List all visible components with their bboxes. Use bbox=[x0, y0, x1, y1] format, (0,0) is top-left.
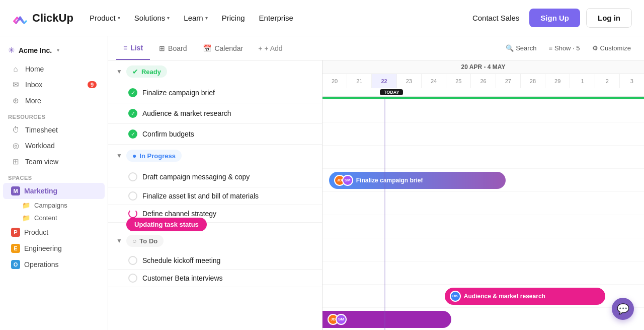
customize-label: Customize bbox=[600, 44, 631, 52]
status-ready-label: Ready bbox=[141, 68, 161, 76]
nav-label-pricing: Pricing bbox=[222, 14, 245, 22]
sidebar-nav-home[interactable]: ⌂ Home bbox=[3, 61, 105, 77]
task-checkbox-empty-5[interactable] bbox=[128, 191, 137, 201]
nav-item-product[interactable]: Product ▾ bbox=[84, 11, 126, 25]
tab-board-label: Board bbox=[168, 44, 187, 52]
customize-button[interactable]: ⚙ Customize bbox=[587, 42, 636, 54]
task-checkbox-empty-6[interactable] bbox=[128, 209, 137, 218]
nav-item-pricing[interactable]: Pricing bbox=[216, 11, 251, 25]
task-checkbox-done-3[interactable]: ✓ bbox=[128, 129, 137, 139]
show-label: Show · 5 bbox=[554, 44, 580, 52]
gantt-bar-label-1: Finalize campaign brief bbox=[356, 177, 423, 184]
filter-icon: ≡ bbox=[548, 44, 552, 52]
nav-item-enterprise[interactable]: Enterprise bbox=[253, 11, 299, 25]
section-chevron-todo[interactable]: ▼ bbox=[116, 237, 122, 244]
home-icon: ⌂ bbox=[11, 64, 20, 73]
tab-calendar[interactable]: 📅 Calendar bbox=[196, 41, 250, 55]
circle-icon: ● bbox=[132, 152, 136, 160]
task-checkbox-done-1[interactable]: ✓ bbox=[128, 88, 137, 97]
sidebar-space-product[interactable]: P Product bbox=[3, 224, 105, 240]
gantt-task-bar-1[interactable]: JD SM Finalize campaign brief bbox=[329, 172, 506, 189]
gantt-col-24: 24 bbox=[422, 74, 446, 88]
task-checkbox-empty-8[interactable] bbox=[128, 274, 137, 283]
task-checkbox-empty-4[interactable] bbox=[128, 172, 137, 181]
chat-bubble[interactable]: 💬 bbox=[612, 298, 634, 320]
today-label: TODAY bbox=[384, 90, 399, 95]
tooltip-text: Updating task status bbox=[134, 221, 199, 228]
gantt-body: JD SM Finalize campaign brief bbox=[323, 99, 644, 330]
tab-list-label: List bbox=[130, 44, 143, 52]
sidebar-space-engineering[interactable]: E Engineering bbox=[3, 240, 105, 256]
gantt-row-6 bbox=[323, 215, 644, 238]
logo[interactable]: ClickUp bbox=[12, 10, 73, 26]
status-badge-todo[interactable]: ○ To Do bbox=[126, 235, 164, 247]
gantt-col-20: 20 bbox=[323, 74, 347, 88]
tab-bar: ≡ List ⊞ Board 📅 Calendar + + Add 🔍 Sear… bbox=[108, 36, 644, 60]
sidebar-space-marketing[interactable]: M Marketing bbox=[3, 183, 105, 199]
content-area: ≡ List ⊞ Board 📅 Calendar + + Add 🔍 Sear… bbox=[108, 36, 644, 330]
gantt-today-row: TODAY bbox=[323, 88, 644, 96]
gantt-bar-avatars-3: JD SM bbox=[328, 314, 347, 325]
gantt-row-4: JD SM Finalize campaign brief bbox=[323, 169, 644, 192]
sidebar-home-label: Home bbox=[25, 65, 44, 73]
tab-board[interactable]: ⊞ Board bbox=[152, 41, 194, 55]
gantt-bar-avatars-2: RK bbox=[450, 291, 461, 302]
gantt-overlay: 20 APR - 4 MAY 20 21 22 23 24 25 26 27 2… bbox=[322, 60, 644, 330]
search-button[interactable]: 🔍 Search bbox=[501, 42, 541, 54]
avatar: RK bbox=[450, 291, 461, 302]
signup-button[interactable]: Sign Up bbox=[529, 9, 580, 27]
sidebar-subitem-content[interactable]: 📁 Content bbox=[3, 212, 105, 224]
gantt-bar-avatars-1: JD SM bbox=[334, 175, 353, 186]
add-icon: + bbox=[258, 44, 262, 52]
sidebar-space-operations[interactable]: O Operations bbox=[3, 256, 105, 273]
tab-add-button[interactable]: + + Add bbox=[252, 41, 288, 55]
task-list-container: ▼ ✔ Ready ⊕ ✓ Finalize campaign brief bbox=[108, 60, 644, 330]
checkmark-icon: ✓ bbox=[131, 131, 135, 138]
task-checkbox-done-2[interactable]: ✓ bbox=[128, 109, 137, 118]
gantt-task-bar-2[interactable]: RK Audience & market research bbox=[445, 288, 606, 305]
checkmark-icon: ✓ bbox=[131, 90, 135, 96]
gantt-task-bar-3-partial[interactable]: JD SM bbox=[323, 311, 451, 328]
chevron-down-icon: ▾ bbox=[57, 47, 59, 53]
search-label: Search bbox=[516, 44, 536, 52]
login-button[interactable]: Log in bbox=[586, 8, 632, 28]
tab-list[interactable]: ≡ List bbox=[116, 36, 150, 60]
nav-item-learn[interactable]: Learn ▾ bbox=[178, 11, 213, 25]
gantt-col-28: 28 bbox=[521, 74, 545, 88]
gantt-col-23: 23 bbox=[397, 74, 422, 88]
sidebar-workload[interactable]: ◎ Workload bbox=[3, 138, 105, 154]
operations-space-dot: O bbox=[11, 260, 20, 269]
timesheet-icon: ⏱ bbox=[11, 125, 20, 134]
workload-icon: ◎ bbox=[11, 141, 20, 150]
more-icon: ⊕ bbox=[11, 96, 20, 105]
logo-icon bbox=[12, 10, 28, 26]
folder-icon: 📁 bbox=[22, 214, 30, 222]
tab-calendar-label: Calendar bbox=[214, 44, 243, 52]
today-line bbox=[384, 99, 385, 330]
sidebar-nav-inbox[interactable]: ✉ Inbox 9 bbox=[3, 77, 105, 93]
show-button[interactable]: ≡ Show · 5 bbox=[543, 42, 585, 54]
nav-label-solutions: Solutions bbox=[134, 14, 166, 22]
sidebar-subitem-campaigns[interactable]: 📁 Campaigns bbox=[3, 199, 105, 212]
operations-space-label: Operations bbox=[24, 260, 58, 269]
sidebar-nav-more[interactable]: ⊕ More bbox=[3, 93, 105, 109]
section-chevron-inprogress[interactable]: ▼ bbox=[116, 152, 122, 159]
workspace-header[interactable]: ✳ Acme Inc. ▾ bbox=[0, 41, 108, 59]
contact-sales-link[interactable]: Contact Sales bbox=[464, 10, 527, 26]
sidebar-more-label: More bbox=[25, 97, 41, 105]
nav-item-solutions[interactable]: Solutions ▾ bbox=[128, 11, 176, 25]
gantt-row-10: JD SM bbox=[323, 308, 644, 330]
avatar: SM bbox=[336, 314, 347, 325]
resources-section-label: Resources bbox=[0, 109, 108, 122]
content-label: Content bbox=[34, 214, 57, 222]
status-badge-ready[interactable]: ✔ Ready bbox=[126, 65, 167, 78]
workspace-spinner-icon: ✳ bbox=[8, 45, 15, 55]
sidebar-teamview-label: Team view bbox=[25, 158, 58, 166]
product-space-dot: P bbox=[11, 228, 20, 237]
section-chevron-ready[interactable]: ▼ bbox=[116, 68, 122, 75]
status-badge-inprogress[interactable]: ● In Progress bbox=[126, 150, 182, 162]
sidebar-teamview[interactable]: ⊞ Team view bbox=[3, 154, 105, 170]
task-checkbox-empty-7[interactable] bbox=[128, 256, 137, 265]
sidebar-timesheet[interactable]: ⏱ Timesheet bbox=[3, 122, 105, 138]
inbox-icon: ✉ bbox=[11, 80, 20, 89]
